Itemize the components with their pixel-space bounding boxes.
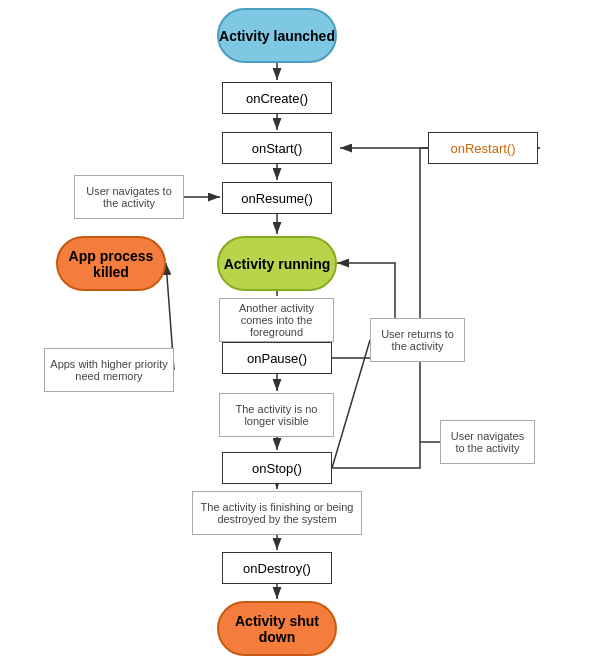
note-another-activity: Another activity comes into the foregrou… xyxy=(219,298,334,342)
onrestart-label: onRestart() xyxy=(450,141,515,156)
activity-running-label: Activity running xyxy=(224,256,331,272)
app-killed-node: App process killed xyxy=(56,236,166,291)
note-finishing: The activity is finishing or being destr… xyxy=(192,491,362,535)
svg-line-14 xyxy=(332,340,370,468)
note-user-returns: User returns to the activity xyxy=(370,318,465,362)
note-finishing-text: The activity is finishing or being destr… xyxy=(197,501,357,525)
activity-launched-label: Activity launched xyxy=(219,28,335,44)
activity-shutdown-label: Activity shut down xyxy=(219,613,335,645)
oncreate-node: onCreate() xyxy=(222,82,332,114)
lifecycle-diagram: Activity launched onCreate() onStart() o… xyxy=(0,0,600,663)
note-apps-higher: Apps with higher priority need memory xyxy=(44,348,174,392)
ondestroy-node: onDestroy() xyxy=(222,552,332,584)
ondestroy-label: onDestroy() xyxy=(243,561,311,576)
onpause-label: onPause() xyxy=(247,351,307,366)
onrestart-node: onRestart() xyxy=(428,132,538,164)
app-killed-label: App process killed xyxy=(58,248,164,280)
onresume-node: onResume() xyxy=(222,182,332,214)
activity-running-node: Activity running xyxy=(217,236,337,291)
onresume-label: onResume() xyxy=(241,191,313,206)
onstop-node: onStop() xyxy=(222,452,332,484)
note-user-nav-top-text: User navigates to the activity xyxy=(79,185,179,209)
oncreate-label: onCreate() xyxy=(246,91,308,106)
note-user-returns-text: User returns to the activity xyxy=(375,328,460,352)
note-user-nav-bottom-text: User navigates to the activity xyxy=(445,430,530,454)
onstop-label: onStop() xyxy=(252,461,302,476)
onstart-node: onStart() xyxy=(222,132,332,164)
activity-shutdown-node: Activity shut down xyxy=(217,601,337,656)
note-apps-higher-text: Apps with higher priority need memory xyxy=(49,358,169,382)
note-no-longer-visible: The activity is no longer visible xyxy=(219,393,334,437)
onstart-label: onStart() xyxy=(252,141,303,156)
activity-launched-node: Activity launched xyxy=(217,8,337,63)
note-no-longer-visible-text: The activity is no longer visible xyxy=(224,403,329,427)
note-user-nav-bottom: User navigates to the activity xyxy=(440,420,535,464)
note-another-activity-text: Another activity comes into the foregrou… xyxy=(224,302,329,338)
onpause-node: onPause() xyxy=(222,342,332,374)
note-user-nav-top: User navigates to the activity xyxy=(74,175,184,219)
